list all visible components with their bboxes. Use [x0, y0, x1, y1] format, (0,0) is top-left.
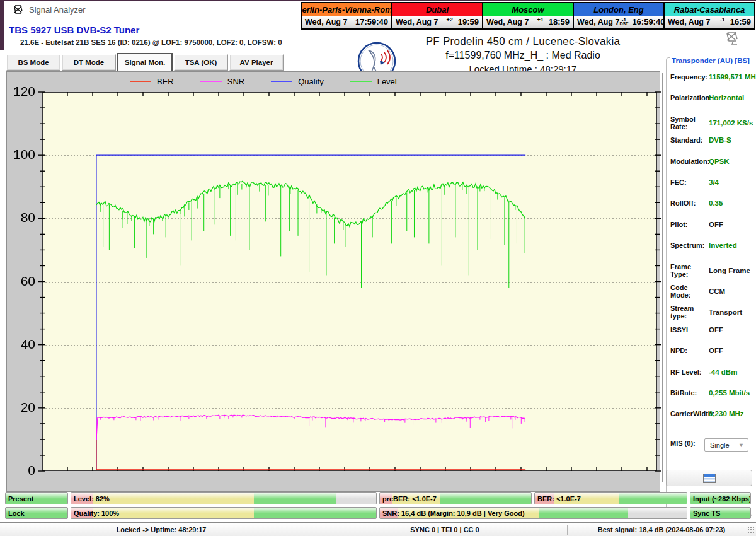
y-axis-label-120: 120: [6, 84, 35, 99]
transponder-row-symbol-rate-: Symbol Rate:171,002 KS/s: [670, 115, 749, 131]
transponder-value: OFF: [709, 347, 723, 354]
clock-time: Wed, Aug 717:59:40: [302, 16, 391, 28]
transponder-row-fec-: FEC:3/4: [670, 178, 749, 186]
window-title: Signal Analyzer: [29, 5, 86, 15]
y-axis-label-0: 0: [6, 463, 35, 478]
legend-line-swatch: [130, 81, 151, 82]
clock-date: Wed, Aug 7: [668, 18, 710, 26]
bar-gloss: [71, 493, 376, 499]
progress-bar-present: Present: [5, 492, 68, 504]
center-header: PF Prodelin 450 cm / Lucenec-Slovakia f=…: [372, 35, 674, 74]
chevron-down-icon: ▼: [738, 442, 744, 448]
transponder-group-title: Transponder (AU) [BS]: [670, 57, 752, 64]
clock-city-label: Moscow: [483, 3, 573, 16]
signal-plot: [32, 91, 662, 475]
bar-label: Present: [8, 493, 33, 504]
transponder-value: 0,255 Mbit/s: [709, 389, 750, 397]
list-icon: [703, 474, 716, 483]
mis-label: MIS (0):: [670, 440, 707, 447]
clock-dst-label: DST: [619, 22, 628, 26]
frequency-service: f=11599,760 MHz_H_ : Med Radio: [372, 50, 674, 61]
clock-date: Wed, Aug 7: [486, 18, 529, 26]
transponder-value: CCM: [709, 288, 725, 295]
stream-list-button[interactable]: [666, 470, 752, 486]
legend-item-snr: SNR: [200, 77, 244, 86]
legend-item-ber: BER: [130, 77, 174, 86]
transponder-group: Transponder (AU) [BS] Frequency:11599,57…: [666, 57, 752, 516]
signal-analyzer-window: Signal Analyzer Berlin-Paris-Vienna-Roma…: [0, 0, 756, 536]
tab-bs-mode[interactable]: BS Mode: [6, 54, 60, 71]
transponder-label: Symbol Rate:: [670, 115, 707, 131]
y-axis-label-20: 20: [6, 400, 35, 415]
tuner-subtitle: 21.6E - Eutelsat 21B SES 16 (ID: 0216) @…: [20, 38, 282, 46]
tab-av-player[interactable]: AV Player: [229, 54, 284, 71]
transponder-label: Stream type:: [670, 305, 707, 320]
clock-city-label: Dubai: [392, 3, 482, 16]
transponder-label: Spectrum:: [670, 242, 707, 249]
transponder-label: RF Level:: [670, 368, 707, 376]
transponder-row-modulation-: Modulation:QPSK: [670, 158, 749, 165]
bar-label: BER: <1.0E-7: [537, 493, 581, 504]
transponder-value: QPSK: [709, 158, 730, 165]
clock-time-value: 17:59:40: [355, 17, 388, 26]
clock-city-label: London, Eng: [574, 3, 663, 16]
mis-value: Single: [710, 441, 730, 449]
transponder-label: RollOff:: [670, 199, 707, 207]
legend-line-swatch: [350, 81, 372, 82]
y-axis-label-100: 100: [6, 147, 35, 162]
chart-legend: BERSNRQualityLevel: [130, 74, 397, 88]
clock-dubai: DubaiWed, Aug 7+219:59: [392, 3, 482, 29]
legend-line-swatch: [200, 81, 222, 82]
statusbar-best-signal: Best signal: 18,4 dB (2024-08-06 07:23): [567, 523, 756, 536]
progress-bar-lock: Lock: [5, 507, 68, 519]
transponder-label: BitRate:: [670, 389, 707, 397]
transponder-value: Horizontal: [709, 94, 744, 102]
transponder-row-polarization-: Polarization:Horizontal: [670, 94, 749, 102]
transponder-row-issyi: ISSYIOFF: [670, 326, 749, 334]
transponder-value: 3/4: [709, 178, 719, 186]
world-clocks: Berlin-Paris-Vienna-RomaWed, Aug 717:59:…: [301, 2, 755, 30]
transponder-value: Transport: [709, 308, 742, 316]
tab-signal-mon-[interactable]: Signal Mon.: [117, 53, 173, 72]
bar-label: Sync TS: [693, 508, 720, 518]
clock-offset: -1: [720, 16, 725, 23]
progress-bar-snr-16-4-db-margin-10-9-db-very-good: SNR: 16,4 dB (Margin: 10,9 dB | Very Goo…: [379, 507, 687, 519]
transponder-row-code-mode-: Code Mode:CCM: [670, 284, 749, 299]
transponder-value: 171,002 KS/s: [709, 119, 753, 127]
progress-bar-sync-ts: Sync TS: [690, 507, 751, 519]
tab-dt-mode[interactable]: DT Mode: [62, 54, 116, 71]
clock-time-value: 18:59: [549, 17, 570, 26]
bar-label: preBER: <1.0E-7: [382, 493, 437, 504]
transponder-label: FEC:: [670, 178, 707, 186]
transponder-row-frequency-: Frequency:11599,571 MHz: [670, 73, 749, 81]
clock-berlin-paris-vienna-roma: Berlin-Paris-Vienna-RomaWed, Aug 717:59:…: [302, 3, 391, 29]
clock-offset: +1: [537, 16, 543, 23]
y-axis-label-80: 80: [6, 210, 35, 225]
mis-select[interactable]: Single ▼: [704, 438, 748, 452]
clock-moscow: MoscowWed, Aug 7+118:59: [483, 3, 573, 29]
transponder-row-standard-: Standard:DVB-S: [670, 136, 749, 144]
transponder-row-stream-type-: Stream type:Transport: [670, 305, 749, 320]
satellite-dish-icon: [13, 4, 24, 15]
transponder-row-carrierwidth-: CarrierWidth:0,230 MHz: [670, 410, 749, 417]
resize-grip[interactable]: [747, 526, 755, 533]
bar-label: Lock: [8, 508, 25, 518]
transponder-value: OFF: [709, 326, 723, 334]
window-left-edge: [0, 0, 4, 50]
legend-item-level: Level: [350, 77, 397, 86]
transponder-row-rf-level-: RF Level:-44 dBm: [670, 368, 749, 376]
transponder-value: OFF: [709, 221, 723, 228]
mini-dish-icon: [724, 30, 741, 45]
clock-date: Wed, Aug 7: [396, 18, 438, 26]
statusbar: Locked -> Uptime: 48:29:17 SYNC 0 | TEI …: [0, 522, 756, 536]
transponder-value: Inverted: [709, 242, 737, 249]
transponder-value: Long Frame: [709, 267, 750, 274]
legend-label: Quality: [298, 77, 323, 86]
transponder-row-spectrum-: Spectrum:Inverted: [670, 242, 749, 249]
legend-label: SNR: [227, 77, 244, 86]
clock-time: Wed, Aug 7-116:59: [665, 16, 754, 28]
transponder-row-npd-: NPD:OFF: [670, 347, 749, 354]
statusbar-sync: SYNC 0 | TEI 0 | CC 0: [323, 523, 567, 536]
panel-splitter[interactable]: [662, 73, 663, 482]
tab-tsa-ok-[interactable]: TSA (OK): [174, 54, 228, 71]
